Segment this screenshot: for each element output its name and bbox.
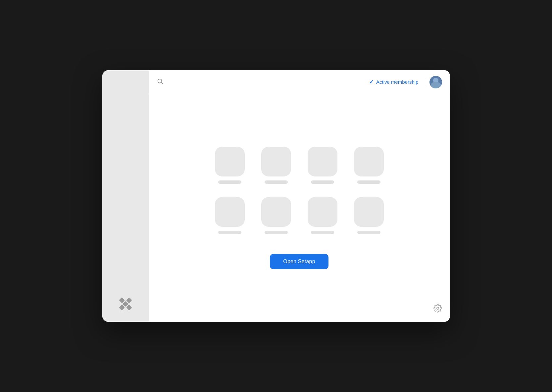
- app-icon: [308, 147, 337, 176]
- app-icon: [261, 147, 291, 176]
- svg-line-1: [161, 82, 163, 84]
- app-label: [265, 231, 288, 234]
- header: ✓ Active membership: [149, 70, 450, 94]
- check-icon: ✓: [369, 79, 374, 85]
- app-icon: [215, 197, 245, 227]
- list-item: [261, 147, 291, 184]
- app-icon: [215, 147, 245, 176]
- app-window: ✓ Active membership: [102, 70, 450, 322]
- list-item: [354, 147, 384, 184]
- list-item: [308, 197, 337, 234]
- app-label: [218, 231, 241, 234]
- header-right: ✓ Active membership: [369, 76, 442, 88]
- search-button[interactable]: [157, 78, 164, 86]
- sidebar: [102, 70, 149, 322]
- app-icon: [261, 197, 291, 227]
- header-divider: [424, 77, 424, 87]
- app-icon: [354, 197, 384, 227]
- app-grid: [215, 147, 384, 234]
- svg-point-2: [436, 307, 439, 310]
- list-item: [215, 197, 245, 234]
- app-label: [218, 180, 241, 184]
- content-area: Open Setapp: [149, 94, 450, 322]
- app-label: [265, 180, 288, 184]
- app-icon: [308, 197, 337, 227]
- app-icon: [354, 147, 384, 176]
- app-label: [357, 231, 380, 234]
- search-icon: [157, 78, 164, 85]
- main-content: ✓ Active membership: [149, 70, 450, 322]
- membership-label: Active membership: [376, 79, 419, 85]
- list-item: [354, 197, 384, 234]
- app-label: [311, 231, 334, 234]
- settings-area: [433, 304, 442, 314]
- setapp-logo-icon: [115, 294, 135, 314]
- app-label: [311, 180, 334, 184]
- list-item: [261, 197, 291, 234]
- list-item: [215, 147, 245, 184]
- membership-badge[interactable]: ✓ Active membership: [369, 79, 419, 85]
- avatar[interactable]: [429, 76, 442, 88]
- app-label: [357, 180, 380, 184]
- open-setapp-button[interactable]: Open Setapp: [270, 254, 328, 269]
- settings-icon[interactable]: [433, 304, 442, 313]
- list-item: [308, 147, 337, 184]
- sidebar-bottom: [118, 297, 133, 311]
